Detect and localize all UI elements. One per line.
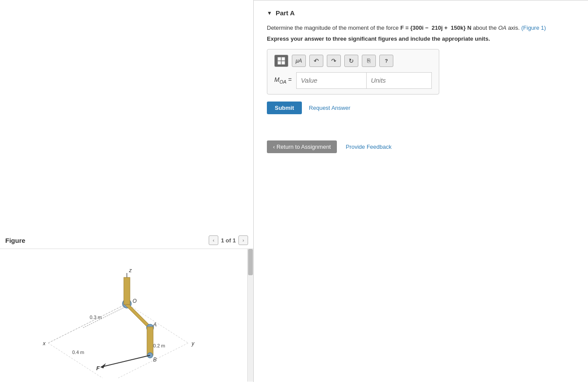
express-instructions: Express your answer to three significant… <box>267 35 575 42</box>
value-input[interactable] <box>296 72 366 89</box>
units-input[interactable] <box>366 72 432 89</box>
keyboard-button[interactable]: ⎘ <box>362 55 376 67</box>
answer-input-area: μA ↶ ↷ ↻ ⎘ ? MOA = <box>267 49 439 95</box>
svg-text:z: z <box>129 267 132 273</box>
equation-label: MOA = <box>274 76 292 84</box>
answer-toolbar: μA ↶ ↷ ↻ ⎘ ? <box>274 55 432 67</box>
part-section: ▼ Part A Determine the magnitude of the … <box>254 0 588 136</box>
svg-text:0.4 m: 0.4 m <box>72 350 84 355</box>
figure-label: Figure <box>5 237 25 244</box>
figure-scrollbar[interactable] <box>247 249 253 382</box>
equation-row: MOA = <box>274 72 432 89</box>
part-title: Part A <box>276 9 295 17</box>
left-panel: Figure ‹ 1 of 1 › z x <box>0 0 254 382</box>
matrix-button[interactable] <box>274 55 288 67</box>
svg-rect-29 <box>282 61 285 64</box>
right-panel: ▼ Part A Determine the magnitude of the … <box>254 0 588 382</box>
submit-button[interactable]: Submit <box>267 102 302 114</box>
svg-text:0.2 m: 0.2 m <box>153 343 165 348</box>
figure-header: Figure ‹ 1 of 1 › <box>0 232 253 249</box>
figure-scroll-thumb <box>248 249 253 275</box>
figure-page-info: 1 of 1 <box>221 237 236 244</box>
force-expression: F = {300i − 210j + 150k} N <box>400 25 471 31</box>
svg-rect-27 <box>282 57 285 60</box>
provide-feedback-link[interactable]: Provide Feedback <box>346 144 392 150</box>
svg-rect-10 <box>124 277 130 305</box>
request-answer-link[interactable]: Request Answer <box>309 105 350 111</box>
figure-nav: ‹ 1 of 1 › <box>209 235 248 245</box>
svg-text:B: B <box>153 357 157 363</box>
refresh-button[interactable]: ↻ <box>344 55 358 67</box>
svg-line-2 <box>48 343 109 378</box>
problem-description: Determine the magnitude of the moment of… <box>267 24 575 33</box>
svg-text:x: x <box>42 340 46 347</box>
svg-text:O: O <box>133 298 136 304</box>
figure-next-button[interactable]: › <box>238 235 248 245</box>
oa-axis-label: OA <box>498 25 507 31</box>
bottom-nav: ‹ Return to Assignment Provide Feedback <box>254 140 588 153</box>
redo-button[interactable]: ↷ <box>327 55 341 67</box>
svg-rect-28 <box>278 61 281 64</box>
svg-line-18 <box>101 355 150 367</box>
part-arrow-icon: ▼ <box>267 10 272 16</box>
help-button[interactable]: ? <box>379 55 393 67</box>
submit-row: Submit Request Answer <box>267 102 575 114</box>
svg-text:y: y <box>191 340 195 347</box>
return-to-assignment-button[interactable]: ‹ Return to Assignment <box>267 140 337 153</box>
svg-rect-15 <box>147 327 153 355</box>
figure-content: z x y O A <box>0 249 253 382</box>
mu-button[interactable]: μA <box>292 55 306 67</box>
figure-diagram: z x y O A <box>4 251 232 378</box>
figure-section: Figure ‹ 1 of 1 › z x <box>0 232 253 382</box>
figure-prev-button[interactable]: ‹ <box>209 235 218 245</box>
undo-button[interactable]: ↶ <box>309 55 323 67</box>
svg-text:F: F <box>96 365 100 371</box>
svg-rect-26 <box>278 57 281 60</box>
svg-line-0 <box>127 304 188 343</box>
figure-link[interactable]: (Figure 1) <box>522 25 546 31</box>
svg-line-25 <box>48 304 127 343</box>
part-header: ▼ Part A <box>267 9 575 17</box>
matrix-icon <box>277 57 285 65</box>
svg-marker-12 <box>125 305 152 328</box>
